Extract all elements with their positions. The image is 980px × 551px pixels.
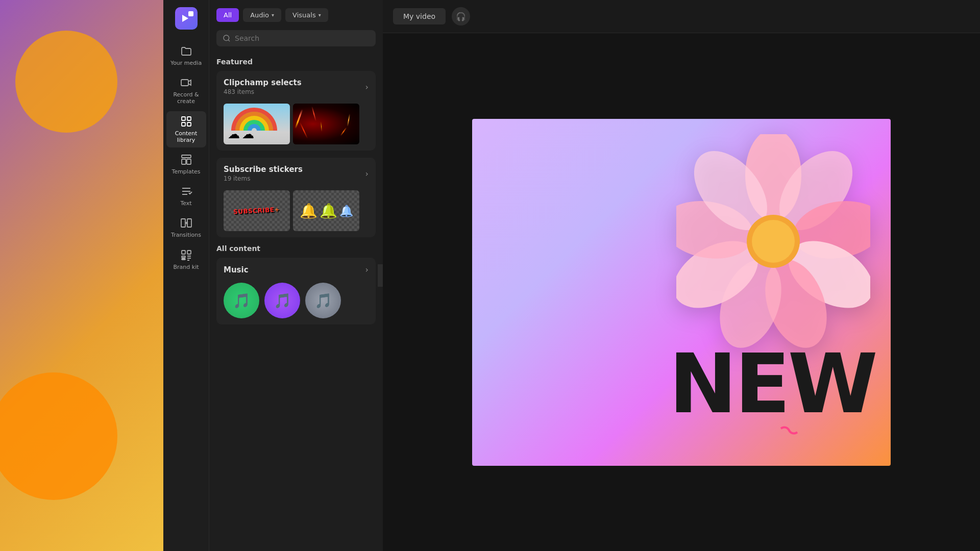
icon-sidebar: Your media Record &create Content librar…	[163, 0, 209, 551]
sidebar-item-text[interactable]: Text	[166, 181, 206, 211]
svg-rect-7	[187, 159, 191, 164]
music-header: Music ›	[216, 258, 376, 278]
sidebar-item-your-media[interactable]: Your media	[166, 41, 206, 70]
thumb-rainbow: ☁️ ☁️	[224, 104, 290, 144]
thumb-galaxy	[293, 104, 359, 144]
collapse-panel-button[interactable]: ‹	[378, 264, 383, 287]
filter-audio-button[interactable]: Audio ▾	[243, 8, 281, 22]
preview-canvas: NEW 〜	[383, 33, 980, 551]
filter-bar: All Audio ▾ Visuals ▾	[209, 0, 383, 27]
clipchamp-selects-title: Clipchamp selects	[224, 78, 302, 87]
content-panel-wrapper: All Audio ▾ Visuals ▾ Featured	[209, 0, 383, 551]
svg-rect-0	[181, 80, 188, 86]
grid-icon	[180, 115, 192, 128]
svg-rect-8	[181, 219, 185, 227]
svg-rect-11	[187, 251, 191, 254]
svg-point-25	[752, 220, 795, 263]
music-card[interactable]: Music › 🎵 🎵 🎵	[216, 258, 376, 324]
video-title-button[interactable]: My video	[393, 8, 446, 24]
preview-header: My video 🎧	[383, 0, 980, 33]
music-thumb-green: 🎵	[224, 283, 259, 318]
music-thumbs: 🎵 🎵 🎵	[216, 278, 376, 324]
clipchamp-selects-header: Clipchamp selects 483 items ›	[216, 71, 376, 98]
svg-rect-1	[182, 117, 185, 120]
clipchamp-selects-thumbs: ☁️ ☁️	[216, 98, 376, 151]
subscribe-sticker-text: SUBSCRIBE+	[231, 206, 282, 215]
svg-rect-3	[182, 122, 185, 126]
sidebar-label-brand-kit: Brand kit	[174, 264, 199, 270]
filter-visuals-button[interactable]: Visuals ▾	[285, 8, 328, 22]
decorative-background	[0, 0, 163, 551]
scroll-area[interactable]: Featured Clipchamp selects 483 items ›	[209, 52, 383, 551]
sidebar-item-content-library[interactable]: Content library	[166, 111, 206, 147]
content-panel: All Audio ▾ Visuals ▾ Featured	[209, 0, 383, 551]
music-chevron-icon: ›	[365, 265, 369, 274]
filter-all-button[interactable]: All	[216, 8, 239, 22]
new-text: NEW	[669, 343, 875, 425]
svg-rect-4	[187, 122, 191, 126]
sidebar-label-transitions: Transitions	[171, 232, 201, 238]
svg-rect-13	[182, 259, 185, 260]
subscribe-stickers-card[interactable]: Subscribe stickers 19 items › SUBSCRIBE+…	[216, 158, 376, 237]
svg-rect-5	[182, 155, 191, 158]
thumb-subscribe: SUBSCRIBE+	[224, 190, 290, 231]
filter-visuals-label: Visuals	[292, 11, 316, 19]
search-container	[209, 27, 383, 52]
headphones-icon-button[interactable]: 🎧	[452, 7, 470, 26]
clipchamp-selects-subtitle: 483 items	[224, 88, 302, 95]
preview-area: My video 🎧	[383, 0, 980, 551]
subscribe-stickers-info: Subscribe stickers 19 items	[224, 165, 303, 182]
sidebar-label-your-media: Your media	[170, 60, 202, 66]
sidebar-label-templates: Templates	[172, 168, 201, 175]
svg-rect-10	[182, 251, 185, 254]
music-info: Music	[224, 265, 249, 274]
music-thumb-gray: 🎵	[305, 283, 341, 318]
template-icon	[180, 154, 192, 166]
featured-section-title: Featured	[216, 58, 376, 66]
text-icon	[180, 185, 192, 197]
sidebar-label-content-library: Content library	[168, 130, 204, 143]
transitions-icon	[180, 217, 192, 229]
search-input[interactable]	[235, 34, 370, 42]
filter-audio-label: Audio	[250, 11, 269, 19]
sidebar-label-record-create: Record &create	[173, 91, 199, 105]
audio-chevron-icon: ▾	[272, 12, 274, 18]
search-icon	[223, 34, 231, 42]
all-content-section-title: All content	[216, 244, 376, 253]
subscribe-stickers-subtitle: 19 items	[224, 175, 303, 182]
music-thumb-purple: 🎵	[264, 283, 300, 318]
app-logo[interactable]	[173, 5, 200, 32]
flower-svg	[676, 134, 870, 348]
visuals-chevron-icon: ▾	[318, 12, 321, 18]
subscribe-stickers-thumbs: SUBSCRIBE+ 🔔 🔔 🔔	[216, 185, 376, 237]
subscribe-stickers-chevron-icon: ›	[365, 169, 369, 179]
sidebar-item-brand-kit[interactable]: Brand kit	[166, 245, 206, 274]
subscribe-stickers-title: Subscribe stickers	[224, 165, 303, 174]
subscribe-stickers-header: Subscribe stickers 19 items ›	[216, 158, 376, 185]
music-title: Music	[224, 265, 249, 274]
clipchamp-selects-info: Clipchamp selects 483 items	[224, 78, 302, 95]
logo-shape	[175, 7, 198, 30]
folder-icon	[180, 45, 192, 57]
sidebar-item-templates[interactable]: Templates	[166, 149, 206, 179]
thumb-bell: 🔔 🔔 🔔	[293, 190, 359, 231]
search-box	[216, 30, 376, 46]
sidebar-item-transitions[interactable]: Transitions	[166, 213, 206, 242]
video-icon	[180, 77, 192, 89]
clipchamp-selects-chevron-icon: ›	[365, 82, 369, 92]
flower-decoration	[676, 134, 870, 370]
svg-rect-2	[187, 117, 191, 120]
sidebar-label-text: Text	[180, 200, 191, 207]
sidebar-item-record-create[interactable]: Record &create	[166, 72, 206, 109]
clipchamp-selects-card[interactable]: Clipchamp selects 483 items › ☁️ ☁️	[216, 71, 376, 151]
svg-rect-12	[182, 256, 185, 258]
canvas-content: NEW 〜	[472, 119, 891, 466]
brand-icon	[180, 249, 192, 261]
svg-point-14	[224, 35, 229, 41]
svg-rect-6	[182, 159, 186, 164]
